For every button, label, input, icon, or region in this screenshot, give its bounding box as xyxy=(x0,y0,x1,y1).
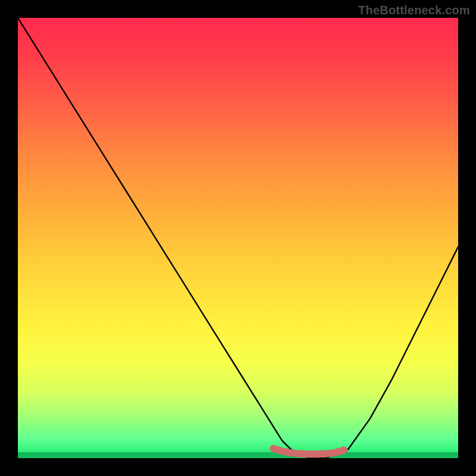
bottleneck-curve xyxy=(18,18,458,458)
plot-area xyxy=(18,18,458,458)
optimal-region-marker xyxy=(273,449,343,455)
optimal-region-end-dot xyxy=(340,446,347,454)
watermark-text: TheBottleneck.com xyxy=(358,4,470,17)
chart-frame: TheBottleneck.com xyxy=(0,0,476,476)
curve-layer xyxy=(18,18,458,458)
